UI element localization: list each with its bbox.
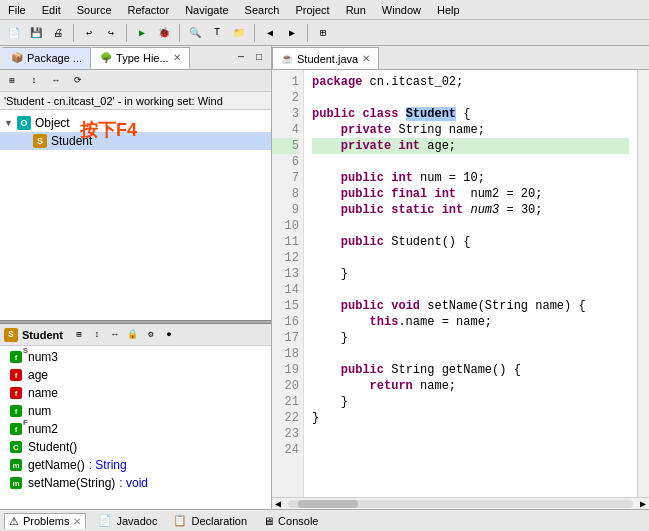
code-line-19: public String getName() { — [312, 362, 629, 378]
code-line-2 — [312, 90, 629, 106]
member-btn-3[interactable]: ↔ — [107, 327, 123, 343]
member-btn-6[interactable]: ● — [161, 327, 177, 343]
member-btn-4[interactable]: 🔒 — [125, 327, 141, 343]
code-line-11: public Student() { — [312, 234, 629, 250]
scroll-right-btn[interactable]: ▶ — [637, 498, 649, 510]
member-panel-title: Student — [22, 329, 63, 341]
console-tab[interactable]: 🖥 Console — [259, 514, 322, 528]
line-num-6: 6 — [272, 154, 299, 170]
member-btn-1[interactable]: ⊞ — [71, 327, 87, 343]
menu-project[interactable]: Project — [291, 4, 333, 16]
run-button[interactable]: ▶ — [132, 23, 152, 43]
debug-button[interactable]: 🐞 — [154, 23, 174, 43]
constructor-icon: C — [8, 439, 24, 455]
toolbar-sep-2 — [126, 24, 127, 42]
line-num-9: 9 — [272, 202, 299, 218]
member-num[interactable]: f num — [0, 402, 271, 420]
line-num-24: 24 — [272, 442, 299, 458]
code-line-16: this.name = name; — [312, 314, 629, 330]
tab-type-hierarchy[interactable]: 🌳 Type Hie... ✕ — [91, 47, 190, 69]
type-hierarchy-icon: 🌳 — [100, 52, 112, 63]
left-tab-bar: 📦 Package ... 🌳 Type Hie... ✕ ─ □ — [0, 46, 271, 70]
member-btn-2[interactable]: ↕ — [89, 327, 105, 343]
menu-search[interactable]: Search — [241, 4, 284, 16]
code-line-18 — [312, 346, 629, 362]
member-num2[interactable]: f F num2 — [0, 420, 271, 438]
problems-tab[interactable]: ⚠ Problems ✕ — [4, 513, 86, 529]
type-hierarchy-tree[interactable]: ▼ O Object S Student 按下F4 — [0, 110, 271, 320]
problems-label: Problems — [23, 515, 69, 527]
undo-button[interactable]: ↩ — [79, 23, 99, 43]
tab-package-explorer[interactable]: 📦 Package ... — [2, 47, 91, 69]
editor-horizontal-scrollbar[interactable]: ◀ ▶ — [272, 497, 649, 509]
menu-refactor[interactable]: Refactor — [124, 4, 174, 16]
menu-window[interactable]: Window — [378, 4, 425, 16]
line-num-8: 8 — [272, 186, 299, 202]
toolbar-sep-3 — [179, 24, 180, 42]
member-num3-label: num3 — [28, 350, 58, 364]
problems-icon: ⚠ — [9, 515, 19, 528]
line-num-1: 1 — [272, 74, 299, 90]
menu-navigate[interactable]: Navigate — [181, 4, 232, 16]
menu-help[interactable]: Help — [433, 4, 464, 16]
next-button[interactable]: ▶ — [282, 23, 302, 43]
type-hierarchy-close[interactable]: ✕ — [173, 52, 181, 63]
member-name[interactable]: f name — [0, 384, 271, 402]
menu-file[interactable]: File — [4, 4, 30, 16]
perspective-button[interactable]: ⊞ — [313, 23, 333, 43]
code-editor[interactable]: package cn.itcast_02; public class Stude… — [304, 70, 637, 497]
declaration-tab[interactable]: 📋 Declaration — [169, 513, 251, 528]
package-explorer-label: Package ... — [27, 52, 82, 64]
tree-item-object-label: Object — [35, 116, 70, 130]
line-num-23: 23 — [272, 426, 299, 442]
member-setname[interactable]: m setName(String) : void — [0, 474, 271, 492]
print-button[interactable]: 🖨 — [48, 23, 68, 43]
open-resource-button[interactable]: 📁 — [229, 23, 249, 43]
scroll-left-btn[interactable]: ◀ — [272, 498, 284, 510]
hierarchy-btn-2[interactable]: ↕ — [24, 71, 44, 91]
save-button[interactable]: 💾 — [26, 23, 46, 43]
editor-vertical-scrollbar[interactable] — [637, 70, 649, 497]
object-class-icon: O — [16, 115, 32, 131]
new-button[interactable]: 📄 — [4, 23, 24, 43]
tree-item-student[interactable]: S Student — [0, 132, 271, 150]
search-button[interactable]: 🔍 — [185, 23, 205, 43]
line-num-16: 16 — [272, 314, 299, 330]
menu-source[interactable]: Source — [73, 4, 116, 16]
scroll-thumb[interactable] — [298, 500, 358, 508]
menu-run[interactable]: Run — [342, 4, 370, 16]
maximize-left-button[interactable]: □ — [251, 50, 267, 66]
hierarchy-btn-1[interactable]: ⊞ — [2, 71, 22, 91]
tree-arrow-object: ▼ — [4, 118, 16, 128]
code-line-13: } — [312, 266, 629, 282]
line-numbers: 1 2 3 4 5 6 7 8 9 10 11 12 13 14 15 16 1… — [272, 70, 304, 497]
javadoc-tab[interactable]: 📄 Javadoc — [94, 513, 161, 528]
student-icon-small: S — [4, 328, 18, 342]
prev-button[interactable]: ◀ — [260, 23, 280, 43]
minimize-left-button[interactable]: ─ — [233, 50, 249, 66]
member-age[interactable]: f age — [0, 366, 271, 384]
line-num-2: 2 — [272, 90, 299, 106]
member-btn-5[interactable]: ⚙ — [143, 327, 159, 343]
line-num-18: 18 — [272, 346, 299, 362]
scroll-track[interactable] — [288, 500, 633, 508]
declaration-label: Declaration — [191, 515, 247, 527]
editor-tab-student[interactable]: ☕ Student.java ✕ — [272, 47, 379, 69]
member-getname[interactable]: m getName() : String — [0, 456, 271, 474]
declaration-icon: 📋 — [173, 514, 187, 527]
redo-button[interactable]: ↪ — [101, 23, 121, 43]
member-num3[interactable]: f S num3 — [0, 348, 271, 366]
menu-edit[interactable]: Edit — [38, 4, 65, 16]
main-layout: 📦 Package ... 🌳 Type Hie... ✕ ─ □ ⊞ ↕ ↔ … — [0, 46, 649, 509]
hierarchy-btn-3[interactable]: ↔ — [46, 71, 66, 91]
left-panel: 📦 Package ... 🌳 Type Hie... ✕ ─ □ ⊞ ↕ ↔ … — [0, 46, 272, 509]
code-line-4: private String name; — [312, 122, 629, 138]
member-constructor[interactable]: C Student() — [0, 438, 271, 456]
tree-item-object[interactable]: ▼ O Object — [0, 114, 271, 132]
line-num-19: 19 — [272, 362, 299, 378]
open-type-button[interactable]: T — [207, 23, 227, 43]
hierarchy-btn-4[interactable]: ⟳ — [68, 71, 88, 91]
console-label: Console — [278, 515, 318, 527]
editor-tab-close[interactable]: ✕ — [362, 53, 370, 64]
member-constructor-label: Student() — [28, 440, 77, 454]
